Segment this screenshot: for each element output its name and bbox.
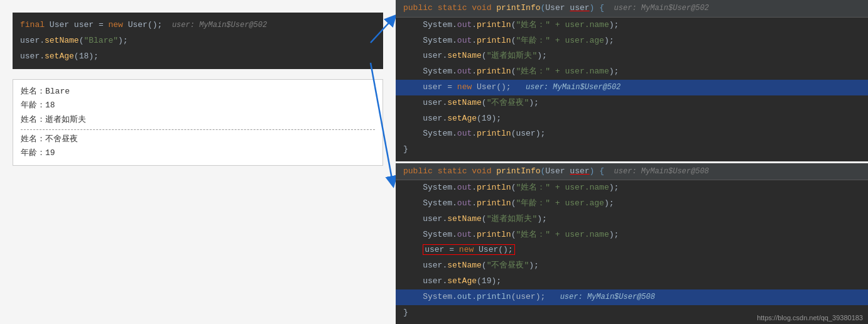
rb-line-4: System.out.println("姓名：" + user.name); xyxy=(396,227,868,243)
rb-line-1: System.out.println("姓名：" + user.name); xyxy=(396,180,868,196)
rt-line-5: user = new User(); user: MyMain$User@502 xyxy=(396,80,868,95)
rt-line-6: user.setName("不舍昼夜"); xyxy=(396,95,868,111)
rb-line-8: System.out.println(user); user: MyMain$U… xyxy=(396,289,868,305)
output-line-2: 年龄：18 xyxy=(21,99,375,112)
rt-line-9: } xyxy=(396,142,868,158)
right-top-header: public static void printInfo(User user) … xyxy=(396,0,868,18)
output-line-3: 姓名：逝者如斯夫 xyxy=(21,113,375,127)
left-code-block: final User user = new User(); user: MyMa… xyxy=(13,13,383,69)
output-line-4: 姓名：不舍昼夜 xyxy=(21,132,375,146)
rt-line-8: System.out.println(user); xyxy=(396,126,868,142)
watermark: https://blog.csdn.net/qq_39380183 xyxy=(757,314,863,321)
code-line-3: user.setAge(18); xyxy=(13,49,383,65)
output-line-1: 姓名：Blare xyxy=(21,85,375,99)
rt-line-7: user.setAge(19); xyxy=(396,111,868,127)
rt-line-4: System.out.println("姓名：" + user.name); xyxy=(396,64,868,80)
rt-line-2: System.out.println("年龄：" + user.age); xyxy=(396,33,868,49)
right-panel: public static void printInfo(User user) … xyxy=(396,0,868,324)
rt-line-3: user.setName("逝者如斯夫"); xyxy=(396,48,868,64)
output-area: 姓名：Blare 年龄：18 姓名：逝者如斯夫 姓名：不舍昼夜 年龄：19 xyxy=(13,79,383,165)
code-line-1: final User user = new User(); user: MyMa… xyxy=(13,18,383,33)
rb-line-6: user.setName("不舍昼夜"); xyxy=(396,258,868,274)
rb-line-7: user.setAge(19); xyxy=(396,274,868,289)
output-divider xyxy=(21,129,375,130)
rb-line-3: user.setName("逝者如斯夫"); xyxy=(396,212,868,227)
right-bottom-header: public static void printInfo(User user) … xyxy=(396,163,868,181)
right-bottom-panel: public static void printInfo(User user) … xyxy=(396,163,868,325)
rb-line-2: System.out.println("年龄：" + user.age); xyxy=(396,196,868,212)
code-line-2: user.setName("Blare"); xyxy=(13,33,383,49)
rt-line-1: System.out.println("姓名：" + user.name); xyxy=(396,18,868,33)
output-line-5: 年龄：19 xyxy=(21,146,375,160)
left-panel: final User user = new User(); user: MyMa… xyxy=(0,0,396,324)
right-top-panel: public static void printInfo(User user) … xyxy=(396,0,868,163)
rb-line-5: user = new User(); xyxy=(396,242,868,258)
